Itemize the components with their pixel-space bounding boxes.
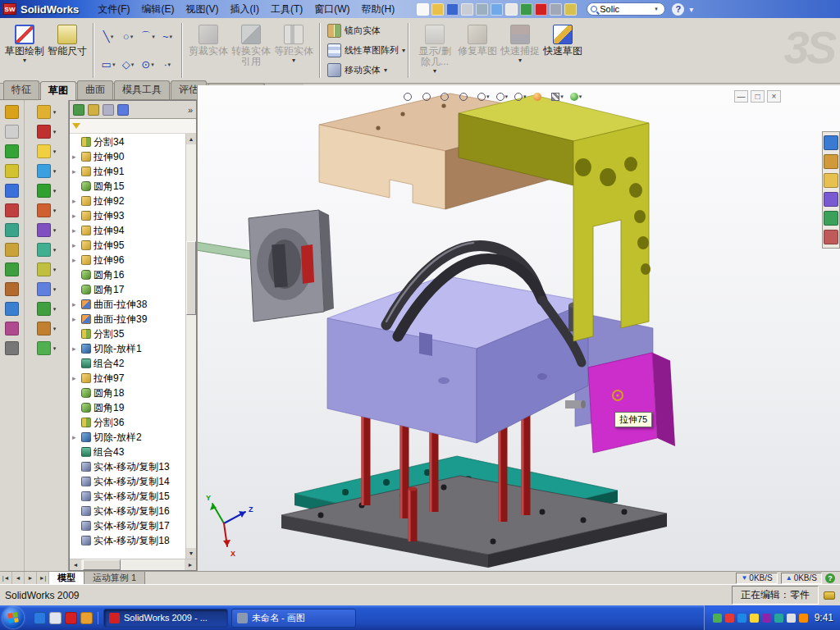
view-tool-button[interactable]: ▾ [494,89,511,104]
dropdown-arrow-icon[interactable]: ▾ [433,69,436,74]
titlebar-tool-icon[interactable] [461,3,473,16]
restore-icon[interactable]: □ [751,90,765,103]
tray-icon[interactable] [774,614,783,623]
view-tool-button[interactable]: ▾ [438,89,455,104]
left-rail-icon[interactable] [5,164,19,178]
dropdown-arrow-icon[interactable]: ▾ [112,62,116,68]
task-pane-icon[interactable] [824,135,838,150]
tray-icon[interactable] [737,614,746,623]
scroll-right-icon[interactable]: ► [185,559,196,570]
expand-arrow-icon[interactable]: ▸ [72,167,79,176]
scroll-thumb[interactable] [83,559,121,570]
titlebar-tool-icon[interactable] [505,3,518,16]
sketch-tool-button[interactable]: ~ ▾ [158,23,177,51]
dropdown-arrow-icon[interactable]: ▾ [53,326,57,332]
left-rail-flyout-button[interactable]: ▾ [37,223,57,237]
tree-item[interactable]: ▸ 分割34 [70,135,185,149]
close-icon[interactable]: × [767,90,781,103]
core-insert-gray[interactable] [249,210,334,322]
view-tool-button[interactable]: ▾ [475,89,492,104]
tree-item[interactable]: ▸ 圆角17 [70,282,185,297]
sheet-tab[interactable]: 模型 [49,572,84,584]
left-rail-icon[interactable] [5,184,19,198]
toolbar-button[interactable]: 快速捕捉 ▾ [499,21,541,80]
dropdown-arrow-icon[interactable]: ▾ [53,247,57,253]
titlebar-tool-icon[interactable] [431,3,444,16]
task-button[interactable]: 未命名 - 画图 [231,609,356,628]
quick-launch-icon[interactable] [80,612,93,624]
dropdown-arrow-icon[interactable]: ▾ [523,94,527,100]
dropdown-arrow-icon[interactable]: ▾ [53,188,57,194]
panel-tab-icon[interactable] [103,104,114,116]
tree-item[interactable]: ▸ 分割36 [70,415,185,430]
left-rail-icon[interactable] [5,144,19,158]
search-input[interactable] [600,4,652,14]
tree-item[interactable]: ▸ 拉伸94 [70,223,185,238]
dropdown-arrow-icon[interactable]: ▾ [151,62,154,68]
scroll-track[interactable] [186,144,196,548]
view-tool-button[interactable]: ▾ [401,89,418,104]
panel-tab-icon[interactable] [88,104,99,116]
prev-tab-icon[interactable]: ◄ [12,572,25,584]
left-rail-flyout-button[interactable]: ▾ [37,184,57,198]
tree-item[interactable]: ▸ 拉伸91 [70,164,185,179]
toolbar-button[interactable]: 显示/删除几... ▾ [413,21,456,80]
dropdown-arrow-icon[interactable]: ▾ [384,68,387,73]
tree-item[interactable]: ▸ 实体-移动/复制16 [70,504,185,518]
panel-tab-icon[interactable] [117,104,129,116]
tray-icon[interactable] [787,614,796,623]
toolbar-button[interactable]: 线性草图阵列 ▾ [325,42,404,59]
titlebar-tool-icon[interactable] [564,3,577,16]
left-rail-icon[interactable] [5,223,19,237]
left-rail-flyout-button[interactable]: ▾ [37,243,57,257]
left-rail-icon[interactable] [5,203,19,217]
scroll-left-icon[interactable]: ◄ [70,559,81,570]
dropdown-arrow-icon[interactable]: ▾ [131,62,135,68]
dropdown-arrow-icon[interactable]: ▾ [168,62,171,68]
dropdown-arrow-icon[interactable]: ▾ [53,227,57,234]
tree-item[interactable]: ▸ 拉伸90 [70,149,185,164]
titlebar-tool-icon[interactable] [520,3,532,16]
titlebar-tool-icon[interactable] [535,3,547,16]
tree-item[interactable]: ▸ 切除-放样2 [70,430,185,445]
expand-arrow-icon[interactable]: ▸ [72,374,79,382]
menu-item[interactable]: 编辑(E) [136,1,180,18]
command-tab[interactable]: 草图 [40,81,76,100]
dropdown-arrow-icon[interactable]: ▾ [53,109,57,116]
left-rail-icon[interactable] [5,105,19,119]
tree-item[interactable]: ▸ 分割35 [70,326,185,341]
left-rail-icon[interactable] [5,341,19,355]
first-tab-icon[interactable]: |◄ [0,572,12,584]
quick-launch-icon[interactable] [65,612,77,624]
left-rail-icon[interactable] [5,262,19,276]
menu-item[interactable]: 插入(I) [225,1,265,18]
scroll-track[interactable] [81,559,185,570]
expand-arrow-icon[interactable]: ▸ [72,197,79,205]
sketch-tool-button[interactable]: ∙ ▾ [158,51,177,79]
left-rail-icon[interactable] [5,302,19,316]
toolbar-button[interactable]: 智能尺寸 ▾ [46,21,89,80]
tree-item[interactable]: ▸ 圆角19 [70,400,185,415]
left-rail-flyout-button[interactable]: ▾ [37,144,57,158]
dropdown-arrow-icon[interactable]: ▾ [53,129,57,135]
left-rail-flyout-button[interactable]: ▾ [37,105,57,119]
expand-arrow-icon[interactable]: ▸ [72,315,79,323]
view-tool-button[interactable]: ▾ [420,89,437,104]
dropdown-arrow-icon[interactable]: ▾ [560,94,564,100]
left-rail-flyout-button[interactable]: ▾ [37,322,57,336]
tree-horizontal-scrollbar[interactable]: ◄ ► [70,559,196,570]
tray-icon[interactable] [762,614,771,623]
panel-chevron-icon[interactable]: » [188,105,193,115]
view-tool-button[interactable]: ▾ [568,89,585,104]
quick-launch-icon[interactable] [49,612,62,624]
left-rail-flyout-button[interactable]: ▾ [37,164,57,178]
graphics-viewport[interactable]: Y Z X ▾ ▾ ▾ ▾ ▾ ▾ ▾ ▾ ▾ [197,85,840,571]
dropdown-arrow-icon[interactable]: ▾ [486,94,490,100]
tree-item[interactable]: ▸ 圆角18 [70,386,185,400]
tree-item[interactable]: ▸ 圆角15 [70,179,185,194]
dropdown-arrow-icon[interactable]: ▾ [53,286,57,293]
dropdown-arrow-icon[interactable]: ▾ [53,148,57,155]
tree-item[interactable]: ▸ 曲面-拉伸38 [70,297,185,312]
left-rail-icon[interactable] [5,125,19,139]
left-rail-flyout-button[interactable]: ▾ [37,262,57,276]
